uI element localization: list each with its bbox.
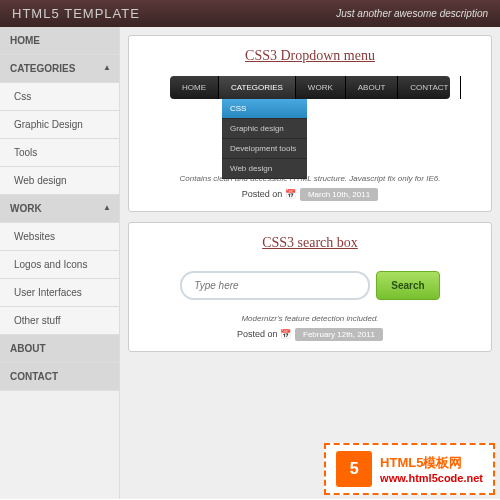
search-input[interactable]: [180, 271, 370, 300]
demo-submenu: CSS Graphic design Development tools Web…: [222, 99, 307, 179]
sidebar-item-logos[interactable]: Logos and Icons: [0, 251, 119, 279]
card-dropdown: CSS3 Dropdown menu HOME CATEGORIES WORK …: [128, 35, 492, 212]
sidebar-item-css[interactable]: Css: [0, 83, 119, 111]
card-title[interactable]: CSS3 Dropdown menu: [141, 48, 479, 64]
search-button[interactable]: Search: [376, 271, 439, 300]
sidebar-item-categories[interactable]: CATEGORIES▲: [0, 55, 119, 83]
tagline: Just another awesome description: [336, 8, 488, 19]
demo-nav-contact[interactable]: CONTACT: [398, 76, 461, 99]
date-badge: February 12th, 2011: [295, 328, 383, 341]
logo[interactable]: HTML5 Template: [12, 6, 140, 21]
sidebar-item-tools[interactable]: Tools: [0, 139, 119, 167]
sidebar-item-about[interactable]: ABOUT: [0, 335, 119, 363]
sidebar-item-webdesign[interactable]: Web design: [0, 167, 119, 195]
demo-nav-home[interactable]: HOME: [170, 76, 219, 99]
sidebar-item-contact[interactable]: CONTACT: [0, 363, 119, 391]
sidebar-item-ui[interactable]: User Interfaces: [0, 279, 119, 307]
card-desc: Contains clean and accessible HTML struc…: [141, 174, 479, 183]
demo-nav-categories[interactable]: CATEGORIES: [219, 76, 296, 99]
watermark-text: HTML5模板网 www.html5code.net: [380, 454, 483, 484]
card-search: CSS3 search box Search Modernizr's featu…: [128, 222, 492, 352]
chevron-up-icon: ▲: [103, 63, 111, 72]
card-desc: Modernizr's feature detection included.: [141, 314, 479, 323]
posted-line: Posted on 📅February 12th, 2011: [141, 329, 479, 339]
sidebar-item-other[interactable]: Other stuff: [0, 307, 119, 335]
date-badge: March 10th, 2011: [300, 188, 378, 201]
demo-sub-css[interactable]: CSS: [222, 99, 307, 119]
demo-sub-graphic[interactable]: Graphic design: [222, 119, 307, 139]
demo-nav-about[interactable]: ABOUT: [346, 76, 399, 99]
demo-nav-work[interactable]: WORK: [296, 76, 346, 99]
sidebar-item-home[interactable]: HOME: [0, 27, 119, 55]
sidebar-item-work[interactable]: WORK▲: [0, 195, 119, 223]
demo-sub-dev[interactable]: Development tools: [222, 139, 307, 159]
logo-main: HTML5: [12, 6, 60, 21]
calendar-icon: 📅: [280, 329, 291, 339]
calendar-icon: 📅: [285, 189, 296, 199]
search-row: Search: [141, 271, 479, 300]
html5-icon: 5: [336, 451, 372, 487]
sidebar: HOME CATEGORIES▲ Css Graphic Design Tool…: [0, 27, 120, 499]
demo-sub-web[interactable]: Web design: [222, 159, 307, 179]
posted-line: Posted on 📅March 10th, 2011: [141, 189, 479, 199]
card-title[interactable]: CSS3 search box: [141, 235, 479, 251]
chevron-up-icon: ▲: [103, 203, 111, 212]
sidebar-item-graphic[interactable]: Graphic Design: [0, 111, 119, 139]
header: HTML5 Template Just another awesome desc…: [0, 0, 500, 27]
demo-nav: HOME CATEGORIES WORK ABOUT CONTACT CSS G…: [170, 76, 450, 99]
logo-sub: Template: [64, 6, 140, 21]
main-content: CSS3 Dropdown menu HOME CATEGORIES WORK …: [120, 27, 500, 499]
watermark: 5 HTML5模板网 www.html5code.net: [324, 443, 495, 495]
sidebar-item-websites[interactable]: Websites: [0, 223, 119, 251]
container: HOME CATEGORIES▲ Css Graphic Design Tool…: [0, 27, 500, 499]
